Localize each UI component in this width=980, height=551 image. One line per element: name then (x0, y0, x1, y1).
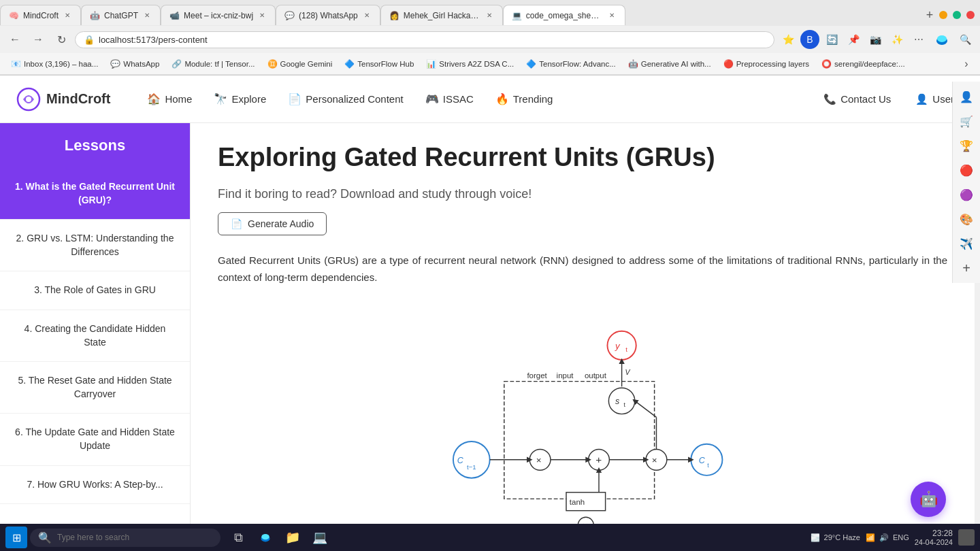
bookmark-label: TensorFlow Hub (357, 60, 414, 68)
edge-sidebar-icon6[interactable]: 🎨 (956, 208, 977, 230)
close-button[interactable] (966, 11, 975, 19)
tab-title: Mehek_Girl Hackathon_2 (404, 11, 480, 20)
search-button[interactable]: 🔍 (956, 30, 975, 49)
tab-close-tab4[interactable]: ✕ (362, 11, 372, 20)
task-view-button[interactable]: ⧉ (226, 525, 250, 550)
edge-sidebar-icon7[interactable]: ✈️ (956, 233, 977, 254)
chatbot-icon: 🤖 (919, 490, 938, 508)
browser-tab-tab3[interactable]: 📹 Meet – icx-cniz-bwj ✕ (161, 5, 276, 25)
bookmarks-more-button[interactable]: › (958, 56, 975, 72)
more-button[interactable]: ⋯ (909, 30, 928, 49)
edge-sidebar-icon2[interactable]: 🛒 (956, 110, 977, 132)
trending-icon: 🔥 (495, 93, 509, 105)
taskbar: ⊞ 🔍 ⧉ 📁 💻 🌫️ 29°C Haze 📶 🔊 ENG 23:28 24-… (0, 524, 980, 551)
logo-svg (16, 87, 41, 112)
app-logo[interactable]: MindCroft (16, 87, 110, 112)
edge-sidebar-icon4[interactable]: 🔴 (956, 159, 977, 181)
url-bar[interactable]: 🔒 localhost:5173/pers-content (75, 31, 774, 48)
sync-button[interactable]: 🔄 (822, 30, 841, 49)
start-button[interactable]: ⊞ (5, 527, 27, 548)
nav-personalized[interactable]: 📄 Personalized Content (278, 87, 412, 111)
bookmark-google-gemini[interactable]: ♊Google Gemini (262, 58, 338, 70)
chatbot-button[interactable]: 🤖 (911, 482, 946, 517)
bookmark-label: WhatsApp (123, 60, 159, 68)
tab-close-tab1[interactable]: ✕ (63, 11, 72, 20)
edge-sidebar-add[interactable]: + (956, 257, 977, 279)
bookmark-generative-ai-with...[interactable]: 🤖Generative AI with... (623, 58, 717, 70)
extensions-button[interactable]: ⭐ (779, 30, 798, 49)
tab-favicon: 🤖 (90, 11, 100, 20)
tab-title: Meet – icx-cniz-bwj (184, 11, 253, 20)
edge-sidebar-icon1[interactable]: 👤 (956, 86, 977, 107)
svg-text:V: V (625, 368, 630, 376)
svg-text:C: C (699, 455, 706, 465)
sidebar-item-6[interactable]: 6. The Update Gate and Hidden State Upda… (0, 414, 190, 465)
page-title: Exploring Gated Recurrent Units (GRUs) (218, 142, 947, 173)
svg-text:tanh: tanh (570, 498, 585, 506)
sidebar-item-3[interactable]: 3. The Role of Gates in GRU (0, 271, 190, 310)
tab-favicon: 💻 (512, 11, 522, 20)
bookmark-module:-tf-|-tensor...[interactable]: 🔗Module: tf | Tensor... (166, 58, 260, 70)
bookmark-favicon: 🔗 (172, 59, 182, 69)
minimize-button[interactable] (939, 11, 947, 19)
sidebar-item-4[interactable]: 4. Creating the Candidate Hidden State (0, 310, 190, 362)
nav-trending[interactable]: 🔥 Trending (486, 87, 563, 111)
copilot-button[interactable]: ✨ (887, 30, 906, 49)
bookmark-tensorflow:-advanc...[interactable]: 🔷TensorFlow: Advanc... (521, 58, 621, 70)
generate-audio-button[interactable]: 📄 Generate Audio (218, 212, 327, 235)
bookmark-label: Generative AI with... (641, 60, 711, 68)
vscode-taskbar-icon[interactable]: 💻 (308, 525, 332, 550)
nav-issac[interactable]: 🎮 ISSAC (416, 87, 483, 111)
maximize-button[interactable] (953, 11, 961, 19)
taskbar-search[interactable]: 🔍 (30, 529, 220, 547)
bookmark-serengil/deepface:...[interactable]: ⭕serengil/deepface:... (816, 58, 911, 70)
home-icon: 🏠 (147, 93, 161, 105)
back-button[interactable]: ← (5, 30, 24, 49)
tab-close-tab6[interactable]: ✕ (607, 11, 617, 20)
edge-sidebar-icon5[interactable]: 🟣 (956, 184, 977, 205)
browser-tab-tab5[interactable]: 👩 Mehek_Girl Hackathon_2 ✕ (380, 5, 503, 25)
new-tab-button[interactable]: + (920, 5, 939, 24)
volume-icon[interactable]: 🔊 (879, 533, 889, 542)
sidebar-item-7[interactable]: 7. How GRU Works: A Step-by... (0, 466, 190, 505)
sidebar-header: Lessons (0, 123, 190, 168)
audio-icon: 📄 (231, 218, 242, 229)
reload-button[interactable]: ↻ (52, 30, 71, 49)
browser-tab-tab6[interactable]: 💻 code_omega_sheCodes_r ✕ (503, 5, 625, 25)
explorer-taskbar-icon[interactable]: 📁 (280, 525, 305, 550)
tab-close-tab5[interactable]: ✕ (485, 11, 494, 20)
svg-text:y: y (615, 340, 621, 350)
bookmark-inbox-(3,196)-–-haa...[interactable]: 📧Inbox (3,196) – haa... (5, 58, 103, 70)
svg-text:C: C (457, 455, 464, 465)
bookmark-label: TensorFlow: Advanc... (539, 60, 616, 68)
nav-contact[interactable]: 📞 Contact Us (814, 88, 900, 111)
browser-tab-tab4[interactable]: 💬 (128) WhatsApp ✕ (276, 5, 380, 25)
bookmark-favicon: 🔷 (526, 59, 536, 69)
wifi-icon[interactable]: 📶 (866, 533, 875, 542)
edge-taskbar-icon[interactable] (253, 525, 278, 550)
screenshot-button[interactable]: 📷 (866, 30, 885, 49)
svg-point-3 (26, 97, 31, 102)
bookmark-whatsapp[interactable]: 💬WhatsApp (105, 58, 165, 70)
sidebar-item-2[interactable]: 2. GRU vs. LSTM: Understanding the Diffe… (0, 220, 190, 271)
bookmark-tensorflow-hub[interactable]: 🔷TensorFlow Hub (339, 58, 419, 70)
profile-button[interactable]: B (800, 30, 819, 49)
taskbar-search-input[interactable] (57, 533, 207, 542)
bookmark-preprocessing-layers[interactable]: 🔴Preprocessing layers (718, 58, 815, 70)
sidebar-item-1[interactable]: 1. What is the Gated Recurrent Unit (GRU… (0, 168, 190, 220)
browser-tab-tab2[interactable]: 🤖 ChatGPT ✕ (81, 5, 161, 25)
tab-close-tab2[interactable]: ✕ (142, 11, 152, 20)
browser-tab-tab1[interactable]: 🧠 MindCroft ✕ (0, 5, 81, 25)
tab-title: (128) WhatsApp (299, 11, 358, 20)
sidebar-item-5[interactable]: 5. The Reset Gate and Hidden State Carry… (0, 362, 190, 414)
nav-explore[interactable]: 🔭 Explore (204, 87, 276, 111)
nav-home[interactable]: 🏠 Home (137, 87, 201, 111)
edge-sidebar-icon3[interactable]: 🏆 (956, 135, 977, 156)
forward-button[interactable]: → (29, 30, 48, 49)
bookmark-favicon: 🔷 (344, 59, 355, 69)
sidebar-button[interactable]: 📌 (844, 30, 863, 49)
show-desktop-button[interactable] (958, 529, 975, 546)
tab-close-tab3[interactable]: ✕ (257, 11, 267, 20)
bookmark-strivers-a2z-dsa-c...[interactable]: 📊Strivers A2Z DSA C... (421, 58, 519, 70)
svg-text:×: × (536, 454, 542, 465)
